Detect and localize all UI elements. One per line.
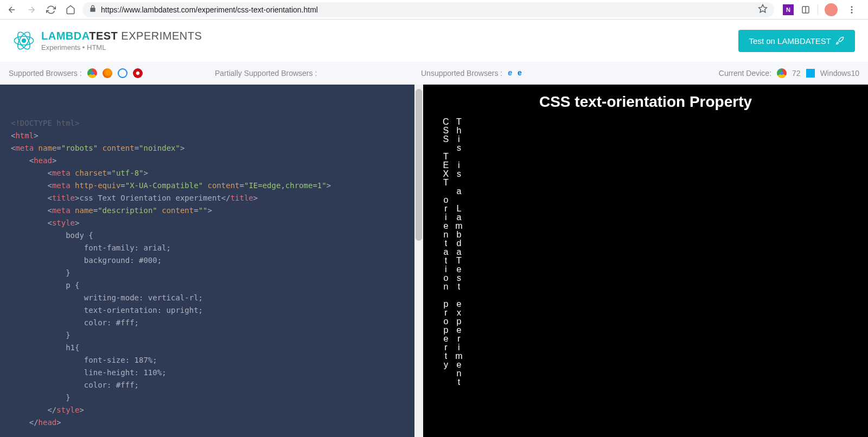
url-text: https://www.lambdatest.com/experiment/cs… <box>101 5 754 14</box>
forward-button[interactable] <box>24 2 39 17</box>
browser-support-bar: Supported Browsers : Partially Supported… <box>0 62 868 85</box>
address-bar[interactable]: https://www.lambdatest.com/experiment/cs… <box>82 2 774 17</box>
chrome-icon <box>777 68 787 78</box>
test-on-lambdatest-button[interactable]: Test on LAMBDATEST <box>738 30 855 52</box>
star-icon[interactable] <box>758 4 768 15</box>
profile-avatar[interactable] <box>825 3 838 16</box>
scrollbar-thumb[interactable] <box>416 89 422 241</box>
preview-heading: CSS text-orientation Property <box>423 85 868 111</box>
extension-icons: N <box>778 2 864 17</box>
chrome-icon <box>87 68 97 78</box>
current-device: Current Device: 72 Windows10 <box>719 68 859 78</box>
home-button[interactable] <box>63 2 78 17</box>
menu-button[interactable] <box>844 2 859 17</box>
code-content: <!DOCTYPE html> <html> <meta name="robot… <box>0 85 423 437</box>
lambdatest-logo-icon <box>13 30 35 52</box>
back-button[interactable] <box>4 2 20 17</box>
breadcrumb: Experiments • HTML <box>41 43 202 52</box>
svg-marker-0 <box>759 5 767 12</box>
onenote-ext-icon[interactable]: N <box>783 4 794 15</box>
logo-text: LAMBDATEST EXPERIMENTS <box>41 30 202 42</box>
logo-area: LAMBDATEST EXPERIMENTS Experiments • HTM… <box>13 30 202 52</box>
svg-point-2 <box>851 6 853 8</box>
edge-icon: e <box>518 68 522 78</box>
extension-icon[interactable] <box>800 4 811 15</box>
lock-icon <box>89 5 97 14</box>
split-view: <!DOCTYPE html> <html> <meta name="robot… <box>0 85 868 437</box>
unsupported-browsers: Unsupported Browsers : e e <box>421 68 638 78</box>
rocket-icon <box>835 36 844 45</box>
supported-browsers: Supported Browsers : <box>9 68 215 78</box>
preview-paragraph-2: This is a LambdaTest experiment <box>452 117 464 386</box>
partial-browsers: Partially Supported Browsers : <box>215 69 421 78</box>
firefox-icon <box>103 68 112 78</box>
opera-icon <box>133 68 143 78</box>
code-scrollbar[interactable] <box>414 85 423 437</box>
browser-toolbar: https://www.lambdatest.com/experiment/cs… <box>0 0 868 20</box>
windows-icon <box>806 69 815 78</box>
svg-point-3 <box>851 9 853 10</box>
reload-button[interactable] <box>43 2 59 17</box>
code-editor-pane[interactable]: <!DOCTYPE html> <html> <meta name="robot… <box>0 85 423 437</box>
svg-point-8 <box>22 39 25 42</box>
page-header: LAMBDATEST EXPERIMENTS Experiments • HTM… <box>0 20 868 62</box>
preview-paragraph-1: CSS TEXT orientation property <box>439 117 451 369</box>
svg-point-4 <box>851 11 853 13</box>
separator <box>818 4 818 15</box>
safari-icon <box>118 68 127 78</box>
preview-pane: CSS text-orientation Property CSS TEXT o… <box>423 85 868 437</box>
ie-icon: e <box>508 68 512 78</box>
